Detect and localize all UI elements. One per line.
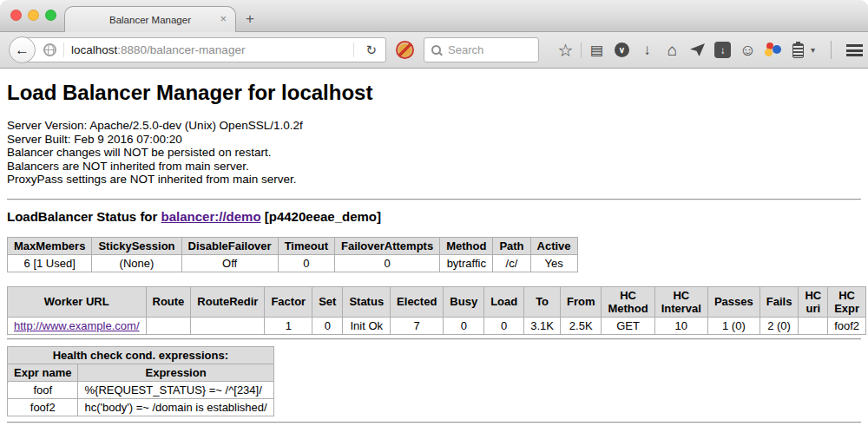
search-bar[interactable] — [424, 37, 539, 62]
health-check-table: Health check cond. expressions: Expr nam… — [7, 346, 274, 416]
boxed-down-arrow-icon: ↓ — [714, 42, 731, 58]
worker-status-table: Worker URL Route RouteRedir Factor Set S… — [7, 286, 866, 335]
cell-elected: 7 — [391, 317, 444, 334]
col-timeout: Timeout — [278, 237, 334, 254]
page-title: Load Balancer Manager for localhost — [7, 81, 861, 105]
col-stickysession: StickySession — [92, 237, 181, 254]
col-passes: Passes — [707, 286, 760, 317]
table-row: http://www.example.com/ 1 0 Init Ok 7 0 … — [8, 317, 866, 334]
table-header-row: Expr name Expression — [8, 364, 274, 381]
cell-load: 0 — [484, 317, 524, 334]
server-version-line: Server Version: Apache/2.5.0-dev (Unix) … — [7, 119, 861, 133]
col-fails: Fails — [760, 286, 799, 317]
cell-expression: hc('body') =~ /domain is established/ — [78, 398, 273, 416]
bookmark-star-icon[interactable]: ☆ — [553, 37, 578, 63]
minimize-window-button[interactable] — [28, 10, 39, 21]
col-hc-method: HC Method — [602, 286, 654, 317]
search-input[interactable] — [446, 43, 531, 57]
zoom-window-button[interactable] — [45, 10, 56, 21]
new-tab-button[interactable]: + — [246, 10, 254, 28]
blue-dot — [773, 45, 781, 54]
back-button[interactable]: ← — [9, 36, 36, 63]
col-failoverattempts: FailoverAttempts — [334, 237, 439, 254]
cell-worker-url: http://www.example.com/ — [8, 317, 147, 334]
cell-status: Init Ok — [343, 317, 391, 334]
send-page-icon[interactable] — [685, 37, 710, 63]
col-busy: Busy — [444, 286, 484, 317]
cell-busy: 0 — [444, 317, 484, 334]
cell-factor: 1 — [265, 317, 312, 334]
tab-close-icon[interactable]: × — [220, 13, 227, 24]
col-expression: Expression — [78, 364, 273, 381]
download-extension-icon[interactable]: ↓ — [710, 37, 735, 63]
col-hc-interval: HC Interval — [654, 286, 707, 317]
tab-strip: Balancer Manager × + — [0, 0, 868, 32]
balancer-settings-table: MaxMembers StickySession DisableFailover… — [7, 237, 578, 272]
close-window-button[interactable] — [10, 10, 22, 21]
col-active: Active — [530, 237, 577, 254]
cell-hc-uri — [799, 317, 828, 334]
table-title-row: Health check cond. expressions: — [8, 346, 274, 364]
proxypass-notice-line: ProxyPass settings are NOT inherited fro… — [7, 173, 861, 187]
cell-hc-method: GET — [602, 317, 654, 334]
tab-title: Balancer Manager — [109, 15, 191, 25]
server-built-line: Server Built: Feb 9 2016 07:00:20 — [7, 133, 861, 147]
col-hc-uri: HC uri — [799, 286, 828, 317]
paper-plane-icon — [690, 43, 705, 56]
cell-from: 2.5K — [560, 317, 602, 334]
colored-dots-extension-icon[interactable] — [760, 37, 786, 63]
horizontal-rule — [7, 422, 861, 423]
reload-icon[interactable]: ↻ — [361, 43, 381, 58]
traffic-lights — [10, 10, 56, 21]
col-factor: Factor — [265, 286, 312, 317]
cell-expr-name: foof2 — [8, 398, 78, 416]
cell-set: 0 — [312, 317, 343, 334]
tab-balancer-manager[interactable]: Balancer Manager × — [64, 6, 236, 32]
feedback-smiley-icon[interactable]: ☺ — [735, 37, 760, 63]
url-text: localhost:8880/balancer-manager — [71, 43, 245, 56]
back-arrow-icon: ← — [15, 42, 30, 59]
toolbar-divider — [831, 41, 832, 59]
col-method: Method — [440, 237, 493, 254]
status-suffix: [p4420eeae_demo] — [265, 209, 381, 224]
globe-icon — [43, 43, 56, 56]
balancer-demo-link[interactable]: balancer://demo — [161, 209, 261, 224]
cell-path: /c/ — [493, 254, 530, 272]
cell-hc-expr: foof2 — [828, 317, 866, 334]
col-route: Route — [146, 286, 191, 317]
cell-fails: 2 (0) — [760, 317, 799, 334]
col-routeredir: RouteRedir — [191, 286, 265, 317]
col-to: To — [524, 286, 561, 317]
clipboard-icon[interactable]: ▤ — [584, 37, 609, 63]
col-hc-expr: HC Expr — [828, 286, 866, 317]
yellow-dot — [765, 49, 773, 56]
pocket-icon[interactable]: ∨ — [609, 37, 635, 63]
cell-passes: 1 (0) — [707, 317, 760, 334]
col-from: From — [560, 286, 602, 317]
status-prefix: LoadBalancer Status for — [7, 209, 157, 224]
battery-icon — [792, 43, 804, 58]
menu-hamburger-icon[interactable] — [846, 44, 863, 56]
home-icon[interactable]: ⌂ — [660, 37, 685, 63]
archive-extension-icon[interactable] — [786, 37, 811, 63]
url-bar[interactable]: localhost:8880/balancer-manager ↻ — [22, 37, 386, 62]
downloads-icon[interactable]: ↓ — [635, 37, 660, 63]
col-expr-name: Expr name — [8, 364, 78, 381]
urlbar-divider — [63, 43, 64, 57]
plugin-blocked-icon[interactable] — [396, 41, 414, 59]
cell-hc-interval: 10 — [654, 317, 707, 334]
browser-window: Balancer Manager × + ← localhost:8880/ba… — [0, 0, 868, 426]
cell-expr-name: foof — [8, 381, 78, 398]
cell-stickysession: (None) — [92, 254, 181, 272]
colored-dots-icon — [765, 43, 782, 57]
cell-timeout: 0 — [278, 254, 334, 272]
balancer-status-heading: LoadBalancer Status for balancer://demo … — [7, 209, 861, 224]
page-content: Load Balancer Manager for localhost Serv… — [0, 69, 868, 426]
worker-url-link[interactable]: http://www.example.com/ — [14, 319, 140, 332]
chevron-down-icon[interactable]: ▾ — [811, 45, 823, 55]
urlbar-divider — [353, 43, 354, 57]
search-icon — [431, 45, 441, 55]
cell-disablefailover: Off — [181, 254, 278, 272]
cell-to: 3.1K — [524, 317, 561, 334]
col-maxmembers: MaxMembers — [8, 237, 92, 254]
